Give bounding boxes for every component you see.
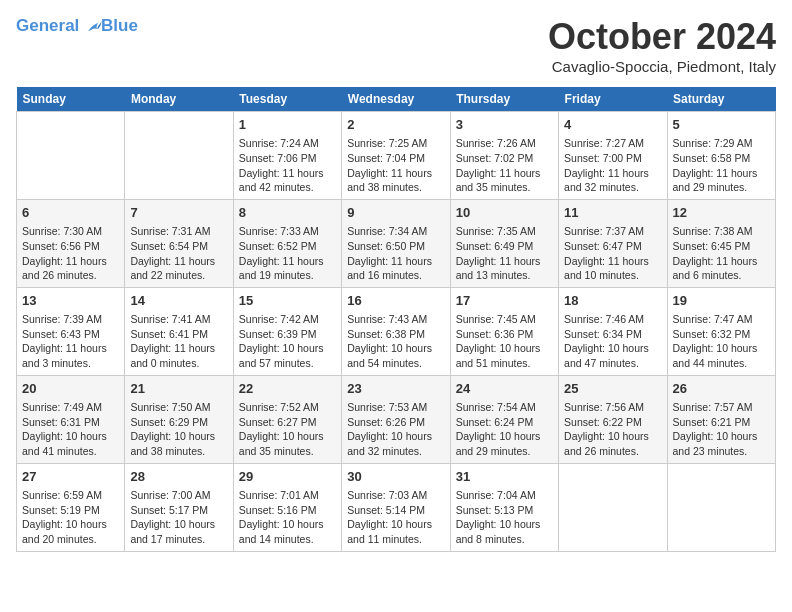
day-number: 19: [673, 292, 770, 310]
calendar-cell: 19Sunrise: 7:47 AMSunset: 6:32 PMDayligh…: [667, 287, 775, 375]
day-number: 11: [564, 204, 661, 222]
calendar-cell: 29Sunrise: 7:01 AMSunset: 5:16 PMDayligh…: [233, 463, 341, 551]
day-info: Daylight: 11 hours and 35 minutes.: [456, 167, 541, 194]
day-info: Daylight: 10 hours and 20 minutes.: [22, 518, 107, 545]
day-info: Daylight: 11 hours and 16 minutes.: [347, 255, 432, 282]
day-info: Sunrise: 7:43 AM: [347, 313, 427, 325]
day-info: Sunset: 7:00 PM: [564, 152, 642, 164]
day-info: Sunset: 6:24 PM: [456, 416, 534, 428]
day-number: 5: [673, 116, 770, 134]
day-info: Sunset: 6:45 PM: [673, 240, 751, 252]
week-row-3: 13Sunrise: 7:39 AMSunset: 6:43 PMDayligh…: [17, 287, 776, 375]
day-info: Sunset: 6:52 PM: [239, 240, 317, 252]
day-info: Sunset: 6:56 PM: [22, 240, 100, 252]
page-header: General Blue October 2024 Cavaglio-Spocc…: [16, 16, 776, 75]
calendar-cell: 27Sunrise: 6:59 AMSunset: 5:19 PMDayligh…: [17, 463, 125, 551]
day-number: 17: [456, 292, 553, 310]
day-info: Sunset: 6:58 PM: [673, 152, 751, 164]
day-info: Sunset: 6:26 PM: [347, 416, 425, 428]
day-info: Sunset: 6:36 PM: [456, 328, 534, 340]
calendar-cell: 25Sunrise: 7:56 AMSunset: 6:22 PMDayligh…: [559, 375, 667, 463]
calendar-cell: [17, 112, 125, 200]
calendar-cell: 1Sunrise: 7:24 AMSunset: 7:06 PMDaylight…: [233, 112, 341, 200]
calendar-table: SundayMondayTuesdayWednesdayThursdayFrid…: [16, 87, 776, 552]
day-info: Daylight: 10 hours and 11 minutes.: [347, 518, 432, 545]
weekday-header-sunday: Sunday: [17, 87, 125, 112]
day-info: Daylight: 10 hours and 17 minutes.: [130, 518, 215, 545]
day-number: 8: [239, 204, 336, 222]
calendar-cell: 20Sunrise: 7:49 AMSunset: 6:31 PMDayligh…: [17, 375, 125, 463]
day-info: Sunrise: 7:37 AM: [564, 225, 644, 237]
day-number: 10: [456, 204, 553, 222]
day-info: Sunrise: 7:30 AM: [22, 225, 102, 237]
calendar-cell: [667, 463, 775, 551]
day-number: 9: [347, 204, 444, 222]
day-number: 15: [239, 292, 336, 310]
logo-general: General: [16, 16, 79, 35]
day-info: Daylight: 11 hours and 3 minutes.: [22, 342, 107, 369]
day-number: 29: [239, 468, 336, 486]
day-number: 22: [239, 380, 336, 398]
calendar-cell: 7Sunrise: 7:31 AMSunset: 6:54 PMDaylight…: [125, 199, 233, 287]
calendar-cell: [125, 112, 233, 200]
day-info: Sunrise: 7:39 AM: [22, 313, 102, 325]
weekday-header-saturday: Saturday: [667, 87, 775, 112]
calendar-cell: 5Sunrise: 7:29 AMSunset: 6:58 PMDaylight…: [667, 112, 775, 200]
day-info: Sunrise: 7:03 AM: [347, 489, 427, 501]
day-info: Sunrise: 7:57 AM: [673, 401, 753, 413]
day-number: 30: [347, 468, 444, 486]
day-info: Daylight: 11 hours and 42 minutes.: [239, 167, 324, 194]
day-info: Sunset: 5:14 PM: [347, 504, 425, 516]
day-info: Sunrise: 7:34 AM: [347, 225, 427, 237]
day-info: Sunset: 6:39 PM: [239, 328, 317, 340]
day-number: 3: [456, 116, 553, 134]
day-info: Sunrise: 7:24 AM: [239, 137, 319, 149]
logo: General Blue: [16, 16, 138, 36]
day-info: Daylight: 10 hours and 47 minutes.: [564, 342, 649, 369]
calendar-cell: 2Sunrise: 7:25 AMSunset: 7:04 PMDaylight…: [342, 112, 450, 200]
day-info: Sunrise: 7:54 AM: [456, 401, 536, 413]
day-info: Daylight: 10 hours and 26 minutes.: [564, 430, 649, 457]
day-number: 31: [456, 468, 553, 486]
day-info: Sunset: 5:13 PM: [456, 504, 534, 516]
day-info: Sunset: 6:43 PM: [22, 328, 100, 340]
day-info: Sunset: 7:02 PM: [456, 152, 534, 164]
logo-blue: Blue: [101, 16, 138, 36]
day-number: 14: [130, 292, 227, 310]
day-info: Sunset: 6:38 PM: [347, 328, 425, 340]
calendar-cell: 9Sunrise: 7:34 AMSunset: 6:50 PMDaylight…: [342, 199, 450, 287]
day-info: Sunset: 6:47 PM: [564, 240, 642, 252]
month-title: October 2024: [548, 16, 776, 58]
title-block: October 2024 Cavaglio-Spoccia, Piedmont,…: [548, 16, 776, 75]
day-info: Sunrise: 7:49 AM: [22, 401, 102, 413]
weekday-header-monday: Monday: [125, 87, 233, 112]
day-info: Sunrise: 7:41 AM: [130, 313, 210, 325]
day-info: Sunrise: 7:52 AM: [239, 401, 319, 413]
day-number: 23: [347, 380, 444, 398]
day-info: Sunset: 6:32 PM: [673, 328, 751, 340]
day-info: Daylight: 11 hours and 38 minutes.: [347, 167, 432, 194]
day-info: Daylight: 11 hours and 32 minutes.: [564, 167, 649, 194]
day-info: Daylight: 10 hours and 8 minutes.: [456, 518, 541, 545]
day-info: Sunrise: 7:53 AM: [347, 401, 427, 413]
calendar-cell: 8Sunrise: 7:33 AMSunset: 6:52 PMDaylight…: [233, 199, 341, 287]
day-info: Daylight: 10 hours and 35 minutes.: [239, 430, 324, 457]
day-info: Daylight: 10 hours and 14 minutes.: [239, 518, 324, 545]
calendar-cell: 28Sunrise: 7:00 AMSunset: 5:17 PMDayligh…: [125, 463, 233, 551]
calendar-cell: 15Sunrise: 7:42 AMSunset: 6:39 PMDayligh…: [233, 287, 341, 375]
day-info: Sunset: 6:49 PM: [456, 240, 534, 252]
calendar-cell: 14Sunrise: 7:41 AMSunset: 6:41 PMDayligh…: [125, 287, 233, 375]
weekday-header-thursday: Thursday: [450, 87, 558, 112]
day-info: Sunset: 7:06 PM: [239, 152, 317, 164]
day-number: 13: [22, 292, 119, 310]
calendar-cell: 26Sunrise: 7:57 AMSunset: 6:21 PMDayligh…: [667, 375, 775, 463]
day-info: Sunset: 5:16 PM: [239, 504, 317, 516]
calendar-cell: 22Sunrise: 7:52 AMSunset: 6:27 PMDayligh…: [233, 375, 341, 463]
day-number: 26: [673, 380, 770, 398]
week-row-1: 1Sunrise: 7:24 AMSunset: 7:06 PMDaylight…: [17, 112, 776, 200]
day-info: Daylight: 10 hours and 54 minutes.: [347, 342, 432, 369]
calendar-cell: 4Sunrise: 7:27 AMSunset: 7:00 PMDaylight…: [559, 112, 667, 200]
day-number: 1: [239, 116, 336, 134]
day-info: Daylight: 11 hours and 26 minutes.: [22, 255, 107, 282]
day-info: Daylight: 11 hours and 6 minutes.: [673, 255, 758, 282]
